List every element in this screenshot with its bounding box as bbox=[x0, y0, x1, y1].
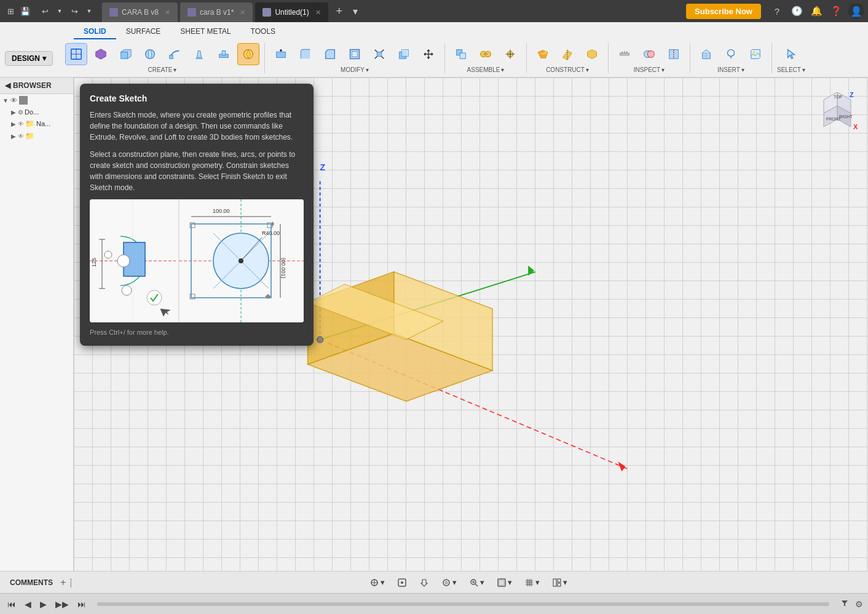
filter-icon[interactable] bbox=[838, 597, 851, 610]
move-tool-dropdown[interactable]: ▾ bbox=[381, 578, 385, 587]
question-icon[interactable]: ❓ bbox=[829, 4, 843, 18]
modify-dropdown-arrow[interactable]: ▾ bbox=[366, 66, 369, 73]
shell-button[interactable] bbox=[344, 43, 366, 65]
zoom-dropdown[interactable]: ▾ bbox=[480, 578, 484, 587]
assemble-dropdown-arrow[interactable]: ▾ bbox=[501, 66, 504, 73]
snap-tool-button[interactable] bbox=[393, 576, 411, 589]
subscribe-button[interactable]: Subscribe Now bbox=[686, 4, 761, 19]
item3-eye-icon[interactable]: 👁 bbox=[18, 133, 24, 140]
insert-mesh-button[interactable] bbox=[695, 43, 717, 65]
browser-root-item[interactable]: ▼ 👁 bbox=[0, 94, 73, 106]
move-tool-button[interactable]: ▾ bbox=[366, 576, 389, 589]
viewport[interactable]: Z Create Sketch Enters Sketch mode, wher… bbox=[74, 78, 868, 571]
move-copy-button[interactable] bbox=[417, 43, 440, 65]
section-analysis-button[interactable] bbox=[663, 43, 685, 65]
create-form-button[interactable] bbox=[90, 43, 112, 65]
user-avatar[interactable]: 👤 bbox=[848, 3, 864, 19]
save-icon[interactable]: 💾 bbox=[18, 4, 32, 18]
look-at-dropdown[interactable]: ▾ bbox=[452, 578, 457, 587]
chamfer-button[interactable] bbox=[319, 43, 341, 65]
zoom-tool-icon bbox=[469, 578, 479, 588]
eye-icon[interactable]: 👁 bbox=[10, 97, 17, 104]
loft-button[interactable] bbox=[188, 43, 210, 65]
grid-tool-button[interactable]: ▾ bbox=[521, 576, 543, 589]
sweep-button[interactable] bbox=[164, 43, 186, 65]
new-component-button[interactable] bbox=[450, 43, 472, 65]
display-dropdown[interactable]: ▾ bbox=[508, 578, 512, 587]
create-sketch-button[interactable] bbox=[65, 43, 87, 65]
tab-solid[interactable]: SOLID bbox=[74, 25, 116, 39]
scale-button[interactable] bbox=[368, 43, 390, 65]
tab-cara-b-v8[interactable]: CARA B v8 ✕ bbox=[102, 2, 178, 22]
joint-origin-icon bbox=[503, 47, 517, 61]
offset-plane-button[interactable] bbox=[532, 43, 554, 65]
layout-tool-button[interactable]: ▾ bbox=[548, 576, 571, 589]
combine-button[interactable] bbox=[393, 43, 415, 65]
create-dropdown-arrow[interactable]: ▾ bbox=[173, 66, 176, 73]
zoom-tool-button[interactable]: ▾ bbox=[465, 576, 488, 589]
browser-collapse-arrow[interactable]: ◀ bbox=[5, 81, 10, 90]
tab-overflow-button[interactable]: ▾ bbox=[350, 6, 360, 17]
display-mode-button[interactable]: ▾ bbox=[493, 576, 516, 589]
inspect-dropdown-arrow[interactable]: ▾ bbox=[661, 66, 665, 73]
browser-header[interactable]: ◀ BROWSER bbox=[0, 78, 73, 94]
measure-button[interactable] bbox=[614, 43, 636, 65]
bell-icon[interactable]: 🔔 bbox=[809, 4, 824, 18]
settings-button[interactable]: ⚙ bbox=[855, 599, 863, 609]
browser-item-3[interactable]: ▶ 👁 📁 bbox=[0, 130, 73, 142]
pan-tool-button[interactable] bbox=[416, 576, 433, 589]
filter-svg bbox=[840, 599, 849, 607]
look-at-button[interactable]: ▾ bbox=[438, 576, 460, 589]
tab-close-untitled1[interactable]: ✕ bbox=[315, 9, 321, 17]
clock-icon[interactable]: 🕐 bbox=[789, 4, 804, 18]
joint-origin-button[interactable] bbox=[499, 43, 521, 65]
help-circle-icon[interactable]: ? bbox=[770, 4, 784, 18]
play-button[interactable]: ▶ bbox=[37, 598, 49, 610]
grid-dropdown[interactable]: ▾ bbox=[535, 578, 540, 587]
redo-icon[interactable]: ↪ bbox=[68, 4, 81, 18]
item2-eye-icon[interactable]: 👁 bbox=[18, 121, 24, 127]
tab-close-cara-b-v8[interactable]: ✕ bbox=[165, 9, 170, 17]
web-button[interactable] bbox=[237, 43, 259, 65]
undo-dropdown-icon[interactable]: ▼ bbox=[53, 4, 66, 18]
browser-item-1[interactable]: ▶ ⚙ Do... bbox=[0, 106, 73, 118]
view-cube[interactable]: Z TOP FRONT RIGHT X bbox=[813, 87, 862, 137]
tab-surface[interactable]: SURFACE bbox=[116, 25, 171, 39]
svg-point-35 bbox=[728, 50, 735, 57]
select-button[interactable] bbox=[780, 43, 802, 65]
step-forward-button[interactable]: ▶▶ bbox=[53, 598, 71, 610]
browser-item-2[interactable]: ▶ 👁 📁 Na... bbox=[0, 118, 73, 130]
layout-dropdown[interactable]: ▾ bbox=[563, 578, 567, 587]
add-comment-button[interactable]: + bbox=[58, 577, 68, 588]
fillet-button[interactable] bbox=[294, 43, 317, 65]
tab-close-cara-b-v1[interactable]: ✕ bbox=[240, 9, 245, 17]
new-tab-button[interactable]: + bbox=[331, 2, 348, 20]
step-backward-button[interactable]: ◀ bbox=[22, 598, 34, 610]
extrude-button[interactable] bbox=[114, 43, 136, 65]
tab-tools[interactable]: TOOLS bbox=[241, 25, 285, 39]
combine-icon bbox=[397, 47, 411, 61]
undo-icon[interactable]: ↩ bbox=[38, 4, 52, 18]
timeline[interactable] bbox=[97, 602, 829, 606]
waffle-icon[interactable]: ⊞ bbox=[4, 4, 17, 18]
plane-at-angle-button[interactable] bbox=[556, 43, 578, 65]
midplane-button[interactable] bbox=[581, 43, 603, 65]
design-button[interactable]: DESIGN ▾ bbox=[5, 51, 53, 66]
item1-settings-icon[interactable]: ⚙ bbox=[18, 109, 23, 116]
joint-button[interactable] bbox=[475, 43, 497, 65]
insert-image-button[interactable] bbox=[744, 43, 767, 65]
tab-cara-b-v1[interactable]: cara B v1* ✕ bbox=[180, 2, 253, 22]
skip-to-end-button[interactable]: ⏭ bbox=[75, 598, 89, 610]
revolve-button[interactable] bbox=[139, 43, 161, 65]
construct-dropdown-arrow[interactable]: ▾ bbox=[586, 66, 589, 73]
skip-to-start-button[interactable]: ⏮ bbox=[5, 598, 18, 610]
interference-button[interactable] bbox=[638, 43, 660, 65]
tab-sheet-metal[interactable]: SHEET METAL bbox=[170, 25, 240, 39]
press-pull-button[interactable] bbox=[270, 43, 292, 65]
select-dropdown-arrow[interactable]: ▾ bbox=[802, 66, 805, 73]
insert-dropdown-arrow[interactable]: ▾ bbox=[741, 66, 744, 73]
insert-svg-button[interactable] bbox=[720, 43, 742, 65]
tab-untitled1[interactable]: Untitled(1) ✕ bbox=[255, 2, 328, 22]
redo-dropdown-icon[interactable]: ▼ bbox=[82, 4, 96, 18]
rib-button[interactable] bbox=[213, 43, 235, 65]
